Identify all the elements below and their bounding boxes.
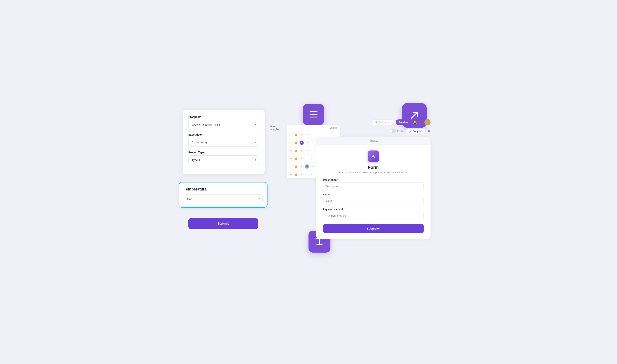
description-input[interactable] xyxy=(323,182,424,190)
svg-rect-2 xyxy=(310,117,317,117)
prospect-label: Prospect* xyxy=(188,116,259,118)
form-subtitle: Fill in the information below. Your part… xyxy=(323,171,424,174)
lock-icon[interactable]: 🔒 xyxy=(294,141,298,144)
form-logo xyxy=(323,150,424,162)
more-icon[interactable]: ⋯ xyxy=(310,149,314,153)
submit-wrapper: Submit xyxy=(188,218,258,229)
svg-rect-0 xyxy=(310,111,317,112)
form-logo-icon xyxy=(368,150,379,162)
project-type-field: Project Type* Type 1 xyxy=(188,151,259,164)
executive-label: Executive* xyxy=(188,133,259,136)
search-icon: 🔍 xyxy=(375,121,378,124)
wave-icon[interactable]: 〜 xyxy=(305,173,309,176)
notification-icon[interactable]: 🔔 xyxy=(413,120,417,124)
temperatura-select-wrapper[interactable]: Hot xyxy=(184,195,262,203)
value-input[interactable] xyxy=(323,197,424,205)
settings-icon[interactable]: ⚙ xyxy=(427,129,431,133)
lock-icon[interactable]: 🔒 xyxy=(294,156,298,160)
wave-icon[interactable]: 〜 xyxy=(305,141,309,144)
star-icon[interactable]: ✦ xyxy=(300,133,303,137)
prospect-select-wrapper[interactable]: WONKA INDUSTRIES xyxy=(188,120,259,129)
svg-rect-1 xyxy=(310,114,317,115)
payment-method-label: Payment method xyxy=(323,208,424,211)
prospect-field: Prospect* WONKA INDUSTRIES xyxy=(188,116,259,129)
avatar-badge: 👤 xyxy=(305,164,309,169)
more-icon[interactable]: ⋯ xyxy=(310,173,314,176)
submit-button[interactable]: Submit xyxy=(188,218,258,229)
project-type-label: Project Type* xyxy=(188,151,259,154)
preview-content: Form Fill in the information below. Your… xyxy=(316,145,431,239)
edit-icon[interactable]: ✏ xyxy=(289,156,293,160)
tab-label: iário 1 xyxy=(270,125,279,128)
avatar xyxy=(425,119,431,125)
preview-panel: Preview Form Fill in the information bel… xyxy=(316,137,431,239)
edit-icon[interactable]: ✏ xyxy=(289,149,293,153)
star-icon[interactable]: ✦ xyxy=(300,173,303,176)
star-icon[interactable]: ✦ xyxy=(300,156,303,160)
temperatura-title: Temperatura xyxy=(184,187,262,191)
sub-label: ociação xyxy=(270,128,279,131)
preview-tab[interactable]: Preview xyxy=(316,137,431,145)
tab-area: iário 1 ociação xyxy=(270,125,279,131)
wave-icon[interactable]: 〜 xyxy=(305,133,309,137)
copy-link-button[interactable]: 🔗 Copy link xyxy=(406,128,425,134)
right-panel: 🔍 Pesquisa... Preview 🔔 ❓ Public 🔗 Copy … xyxy=(316,119,431,239)
preview-button[interactable]: Preview xyxy=(396,119,411,125)
svg-rect-5 xyxy=(316,244,322,245)
toggle-switch[interactable] xyxy=(389,129,396,133)
lock-icon[interactable]: 🔒 xyxy=(294,165,298,168)
temperatura-select[interactable]: Hot xyxy=(184,195,262,203)
more-icon[interactable]: ⋯ xyxy=(311,141,315,144)
more-icon[interactable]: ⋯ xyxy=(311,165,315,168)
star-icon[interactable]: ✦ xyxy=(300,165,303,168)
preview-tab-label: Preview xyxy=(369,139,378,142)
edit-icon[interactable]: ✏ xyxy=(289,173,293,176)
second-nav: Public 🔗 Copy link ⚙ xyxy=(316,128,431,134)
temperatura-box: Temperatura Hot xyxy=(179,182,268,208)
main-form-card: Prospect* WONKA INDUSTRIES Executive* Br… xyxy=(183,110,265,174)
description-label: Description* xyxy=(323,179,424,181)
search-box[interactable]: 🔍 Pesquisa... xyxy=(372,120,394,125)
edit-icon[interactable]: ✏ xyxy=(289,133,293,137)
star-icon[interactable]: ✦ xyxy=(300,149,303,153)
svg-rect-4 xyxy=(319,238,320,245)
executive-select-wrapper[interactable]: Bruce Ismay xyxy=(188,138,259,147)
lock-icon[interactable]: 🔒 xyxy=(294,133,298,137)
payment-method-input[interactable] xyxy=(323,212,424,220)
project-type-select-wrapper[interactable]: Type 1 xyxy=(188,156,259,164)
prospect-select[interactable]: WONKA INDUSTRIES xyxy=(188,120,259,129)
status-badge: ✦ xyxy=(300,141,304,145)
more-icon[interactable]: ⋯ xyxy=(310,156,314,160)
more-icon[interactable]: ⋯ xyxy=(310,133,314,137)
edit-icon[interactable]: ✏ xyxy=(289,165,293,168)
value-field: Value xyxy=(323,193,424,205)
copy-link-label: Copy link xyxy=(413,130,423,132)
payment-method-field: Payment method xyxy=(323,208,424,220)
value-label: Value xyxy=(323,193,424,196)
public-label: Public xyxy=(397,130,404,132)
link-icon: 🔗 xyxy=(409,130,412,132)
scene: Prospect* WONKA INDUSTRIES Executive* Br… xyxy=(171,100,446,264)
edit-icon[interactable]: ✏ xyxy=(289,141,293,144)
wave-icon[interactable]: 〜 xyxy=(305,149,309,153)
project-type-select[interactable]: Type 1 xyxy=(188,156,259,164)
public-toggle[interactable]: Public xyxy=(389,129,404,133)
top-nav: 🔍 Pesquisa... Preview 🔔 ❓ xyxy=(316,119,431,125)
form-title: Form xyxy=(323,165,424,170)
lock-icon[interactable]: 🔒 xyxy=(294,173,298,176)
description-field: Description* xyxy=(323,179,424,190)
executive-select[interactable]: Bruce Ismay xyxy=(188,138,259,147)
help-icon[interactable]: ❓ xyxy=(419,120,423,124)
lock-icon[interactable]: 🔒 xyxy=(294,149,298,153)
search-placeholder: Pesquisa... xyxy=(379,121,391,124)
wave-icon[interactable]: 〜 xyxy=(305,156,309,160)
executive-field: Executive* Bruce Ismay xyxy=(188,133,259,147)
preview-submit-button[interactable]: Submeter xyxy=(323,224,424,233)
